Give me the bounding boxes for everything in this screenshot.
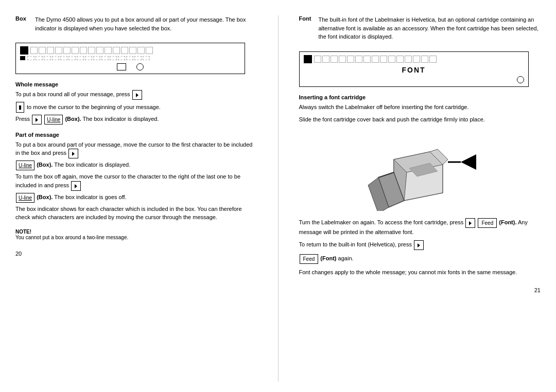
lcd-cell [72,47,79,54]
arrow-icon-right2 [418,243,420,247]
lcd-cell [105,47,112,54]
lcd-cell-small [36,56,43,60]
whole-message-section: Whole message To put a box round all of … [15,81,257,124]
cursor-button: ▮ [16,102,24,113]
pm-text2: The box indicator is displayed. [54,162,130,168]
lcd-cell [96,47,103,54]
lcd-cell-small [93,56,100,60]
note-section: NOTE! You cannot put a box around a two-… [15,229,257,240]
part-message-title: Part of message [15,132,257,138]
lcd-cell [421,56,428,63]
lcd-cell-small [27,56,34,60]
pm-text3: To turn the box off again, move the curs… [15,173,240,188]
turn-on-line2: To return to the built-in font (Helvetic… [299,240,541,250]
lcd-cell [363,56,371,63]
box-bold-3: (Box). [37,194,53,200]
wm-text2: to move the cursor to the beginning of y… [27,103,161,112]
lcd-cell [55,47,62,54]
lcd-cell [355,56,362,63]
whole-message-line3: Press U-line (Box). The box indicator is… [15,115,257,124]
page-divider [278,15,279,382]
uline-label-3: U-line [16,193,34,203]
lcd-cell-small [101,56,109,60]
lcd-cell [146,47,153,54]
arrow-icon-3 [72,152,75,156]
left-page-number: 20 [15,251,257,257]
turn-on-line3: Font changes apply to the whole message;… [299,268,541,277]
left-section-title: Box [15,15,31,38]
part-message-line3: To turn the box off again, move the curs… [15,172,257,191]
part-message-line5: The box indicator shows for each charact… [15,205,257,222]
page-container: Box The Dymo 4500 allows you to put a bo… [0,0,556,392]
lcd-cell-small [44,56,51,60]
right-section-intro: The built-in font of the Labelmaker is H… [319,15,541,41]
lcd-cell [396,56,404,63]
feed-button-1: Feed [478,218,497,228]
wm-text1: To put a box round all of your message, … [15,91,130,97]
lcd-cell [372,56,379,63]
lcd-cells-top-right [314,56,437,63]
lcd-cell [129,47,136,54]
lcd-cell-small [118,56,125,60]
left-section-header: Box The Dymo 4500 allows you to put a bo… [15,15,257,38]
wm-text3: The box indicator is displayed. [82,116,159,122]
wm-press: Press [15,116,30,122]
lcd-cell-small [143,56,150,60]
to-text2: To return to the built-in font (Helvetic… [299,241,412,247]
lcd-top-row [20,46,240,55]
lcd-indicator-square [20,46,28,55]
cartridge-illustration-container [299,131,541,211]
lcd-cell [388,56,395,63]
lcd-cell-small [68,56,76,60]
arrow-polygon [461,154,476,170]
lcd-cell [39,47,46,54]
cartridge-svg [363,131,476,211]
lcd-indicator-square-right [304,55,312,63]
lcd-cell [137,47,145,54]
arrow-button-4 [71,181,81,191]
font-bold-2: (Font) [320,255,336,261]
inserting-section: Inserting a font cartridge Always switch… [299,94,541,124]
lcd-cell [88,47,95,54]
lcd-cell [63,47,71,54]
pm-text4: The box indicator is goes off. [54,194,126,200]
lcd-cell-small [85,56,92,60]
inserting-title: Inserting a font cartridge [299,94,541,100]
lcd-cell [380,56,387,63]
lcd-cell [322,56,329,63]
lcd-cell [405,56,412,63]
lcd-cell [30,47,38,54]
left-column: Box The Dymo 4500 allows you to put a bo… [15,15,257,382]
right-section-header: Font The built-in font of the Labelmaker… [299,15,541,46]
part-message-line4: U-line (Box). The box indicator is goes … [15,193,257,203]
lcd-cell [347,56,354,63]
turn-on-line2b: Feed (Font) again. [299,254,541,264]
part-message-line2: U-line (Box). The box indicator is displ… [15,161,257,170]
lcd-cell [413,56,420,63]
lcd-display-right: FONT [299,51,529,87]
part-message-line1: To put a box around part of your message… [15,140,257,159]
box-bold-1: (Box). [65,116,81,122]
lcd-cell-small [52,56,59,60]
lcd-cells-bottom [27,56,150,60]
arrow-icon-1 [136,93,138,97]
feed-button-2: Feed [300,254,319,264]
lcd-cell-small [126,56,133,60]
whole-message-title: Whole message [15,81,257,87]
arrow-button-1 [132,90,142,100]
box-icon [117,63,126,70]
lcd-cell [314,56,321,63]
arrow-icon-2 [36,118,38,122]
note-label: NOTE! [15,229,257,235]
left-section-intro: The Dymo 4500 allows you to put a box ar… [35,15,257,32]
lcd-cell-small [60,56,67,60]
arrow-icon-right1 [469,221,472,225]
lcd-cell [339,56,346,63]
lcd-cell-small [110,56,117,60]
font-label: FONT [304,65,524,75]
font-circle-row [304,76,524,83]
right-column: Font The built-in font of the Labelmaker… [299,15,541,382]
whole-message-line1: To put a box round all of your message, … [15,90,257,100]
arrow-button-2 [32,115,42,124]
arrow-icon-4 [75,184,77,188]
